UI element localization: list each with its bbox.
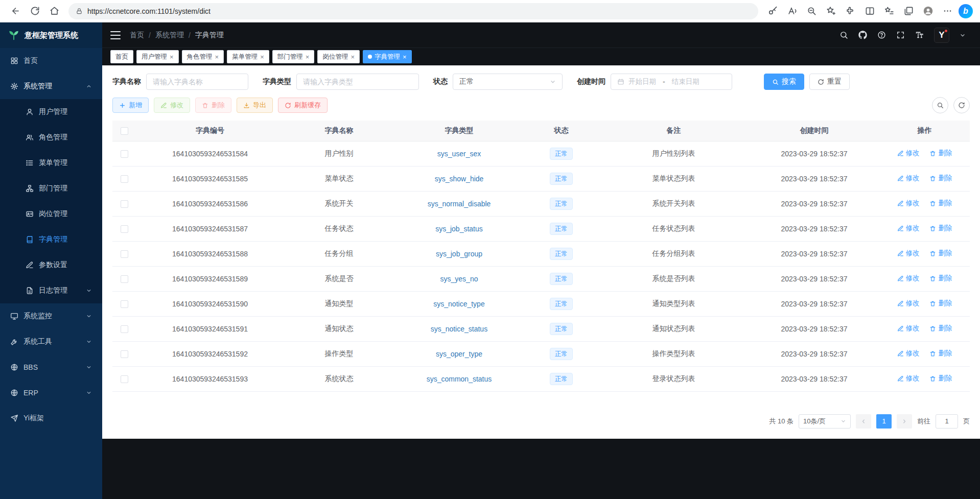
end-date-placeholder[interactable]: 结束日期 [672, 77, 699, 86]
dict-type-link[interactable]: sys_oper_type [436, 350, 482, 358]
page-number-button[interactable]: 1 [876, 414, 892, 429]
font-size-icon[interactable] [915, 31, 924, 39]
row-delete-link[interactable]: 删除 [929, 199, 952, 208]
page-size-select[interactable]: 10条/页 [799, 414, 851, 429]
tag-post-management[interactable]: 岗位管理× [317, 50, 360, 63]
dict-type-link[interactable]: sys_normal_disable [428, 200, 491, 208]
tag-dict-management[interactable]: 字典管理× [363, 50, 412, 63]
row-checkbox[interactable] [121, 175, 128, 183]
dict-type-link[interactable]: sys_job_status [435, 225, 483, 233]
sidebar-item-post-management[interactable]: 岗位管理 [0, 201, 102, 227]
hamburger-icon[interactable] [110, 31, 121, 39]
close-icon[interactable]: × [215, 54, 219, 60]
select-all-checkbox[interactable] [121, 127, 128, 135]
row-edit-link[interactable]: 修改 [897, 249, 920, 258]
delete-button[interactable]: 删除 [195, 98, 231, 113]
password-key-icon[interactable] [764, 3, 781, 19]
next-page-button[interactable] [897, 414, 912, 429]
edit-button[interactable]: 修改 [154, 98, 190, 113]
address-bar[interactable]: https://ccnetcore.com:1101/system/dict [68, 3, 758, 19]
read-aloud-icon[interactable] [784, 3, 800, 19]
sidebar-item-user-management[interactable]: 用户管理 [0, 99, 102, 125]
row-checkbox[interactable] [121, 150, 128, 158]
tag-role-management[interactable]: 角色管理× [182, 50, 224, 63]
dict-type-link[interactable]: sys_notice_status [431, 325, 487, 333]
sidebar-item-system-tools[interactable]: 系统工具 [0, 329, 102, 354]
refresh-table-icon[interactable] [953, 97, 970, 113]
row-checkbox[interactable] [121, 300, 128, 308]
row-edit-link[interactable]: 修改 [897, 299, 920, 308]
favorites-add-icon[interactable] [823, 3, 839, 19]
profile-avatar[interactable] [920, 3, 936, 19]
row-edit-link[interactable]: 修改 [897, 349, 920, 358]
collections-icon[interactable] [900, 3, 917, 19]
url-text[interactable]: https://ccnetcore.com:1101/system/dict [87, 7, 211, 15]
home-icon[interactable] [46, 3, 62, 19]
row-edit-link[interactable]: 修改 [897, 174, 920, 183]
status-select[interactable]: 正常 [453, 74, 563, 90]
close-icon[interactable]: × [351, 54, 355, 60]
toggle-search-icon[interactable] [932, 97, 948, 113]
row-delete-link[interactable]: 删除 [929, 149, 952, 158]
app-logo[interactable]: 意框架管理系统 [0, 22, 102, 48]
favorites-bar-icon[interactable] [881, 3, 897, 19]
copilot-icon[interactable]: b [959, 4, 973, 18]
extensions-icon[interactable] [842, 3, 858, 19]
dict-type-link[interactable]: sys_common_status [427, 375, 492, 383]
date-range-picker[interactable]: 开始日期 - 结束日期 [611, 74, 732, 90]
row-edit-link[interactable]: 修改 [897, 224, 920, 233]
sidebar-item-param-settings[interactable]: 参数设置 [0, 252, 102, 278]
sidebar-item-yi-framework[interactable]: Yi框架 [0, 406, 102, 431]
sidebar-item-log-management[interactable]: 日志管理 [0, 278, 102, 303]
tag-dept-management[interactable]: 部门管理× [272, 50, 315, 63]
sidebar-item-system-monitor[interactable]: 系统监控 [0, 303, 102, 329]
breadcrumb-item-home[interactable]: 首页 [130, 31, 144, 40]
zoom-icon[interactable] [803, 3, 820, 19]
sidebar-item-role-management[interactable]: 角色管理 [0, 125, 102, 150]
row-edit-link[interactable]: 修改 [897, 199, 920, 208]
dict-type-link[interactable]: sys_yes_no [440, 275, 478, 283]
sidebar-item-home[interactable]: 首页 [0, 48, 102, 74]
row-delete-link[interactable]: 删除 [929, 274, 952, 283]
breadcrumb-item-system[interactable]: 系统管理 [155, 31, 184, 40]
row-delete-link[interactable]: 删除 [929, 174, 952, 183]
dict-type-link[interactable]: sys_job_group [436, 250, 482, 258]
export-button[interactable]: 导出 [237, 98, 273, 113]
dict-type-link[interactable]: sys_user_sex [437, 150, 481, 158]
sidebar-item-dept-management[interactable]: 部门管理 [0, 176, 102, 201]
goto-page-input[interactable] [936, 414, 958, 429]
sidebar-item-dict-management[interactable]: 字典管理 [0, 227, 102, 252]
user-avatar-logo[interactable]: Y [934, 28, 949, 43]
help-icon[interactable] [877, 31, 886, 39]
row-checkbox[interactable] [121, 325, 128, 333]
prev-page-button[interactable] [856, 414, 871, 429]
github-icon[interactable] [858, 31, 867, 39]
tag-menu-management[interactable]: 菜单管理× [227, 50, 269, 63]
dict-type-input[interactable] [296, 74, 419, 90]
row-delete-link[interactable]: 删除 [929, 349, 952, 358]
row-delete-link[interactable]: 删除 [929, 249, 952, 258]
row-edit-link[interactable]: 修改 [897, 374, 920, 383]
search-button[interactable]: 搜索 [764, 74, 804, 90]
split-screen-icon[interactable] [861, 3, 878, 19]
row-checkbox[interactable] [121, 375, 128, 383]
sidebar-item-bbs[interactable]: BBS [0, 354, 102, 380]
close-icon[interactable]: × [306, 54, 310, 60]
add-button[interactable]: 新增 [112, 98, 149, 113]
avatar-caret-down-icon[interactable] [960, 32, 966, 38]
back-icon[interactable] [7, 3, 24, 19]
row-delete-link[interactable]: 删除 [929, 374, 952, 383]
start-date-placeholder[interactable]: 开始日期 [628, 77, 656, 86]
tag-user-management[interactable]: 用户管理× [136, 50, 179, 63]
row-delete-link[interactable]: 删除 [929, 324, 952, 333]
reset-button[interactable]: 重置 [809, 74, 850, 90]
row-edit-link[interactable]: 修改 [897, 324, 920, 333]
dict-name-input[interactable] [146, 74, 248, 90]
row-checkbox[interactable] [121, 200, 128, 208]
fullscreen-icon[interactable] [896, 31, 905, 39]
row-checkbox[interactable] [121, 275, 128, 283]
row-edit-link[interactable]: 修改 [897, 149, 920, 158]
close-icon[interactable]: × [403, 54, 407, 60]
refresh-icon[interactable] [27, 3, 43, 19]
row-checkbox[interactable] [121, 225, 128, 233]
